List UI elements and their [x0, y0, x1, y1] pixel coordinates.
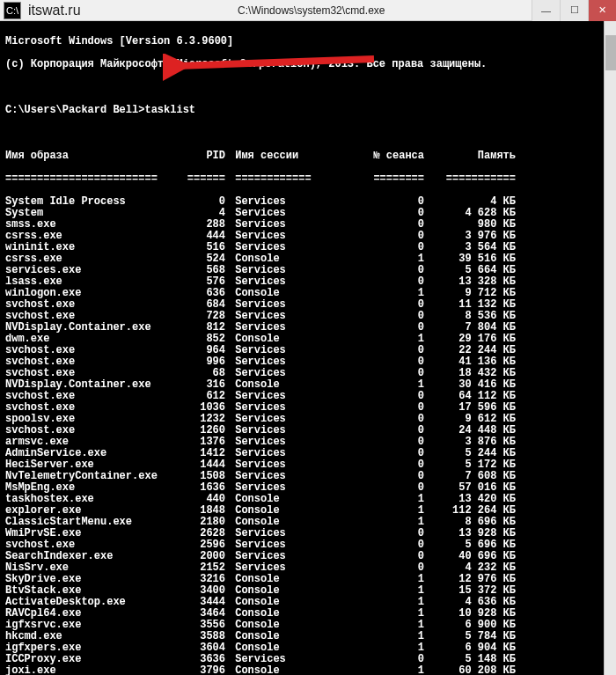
- proc-sid: 0: [322, 196, 428, 208]
- proc-name: WmiPrvSE.exe: [5, 528, 181, 539]
- proc-name: ICCProxy.exe: [5, 654, 181, 665]
- proc-sid: 0: [322, 654, 428, 665]
- proc-name: NvTelemetryContainer.exe: [5, 471, 181, 482]
- table-row: svchost.exe1036 Services017 596 КБ: [5, 402, 609, 414]
- table-row: winlogon.exe636 Console19 712 КБ: [5, 288, 609, 299]
- table-row: hkcmd.exe3588 Console15 784 КБ: [5, 631, 609, 642]
- table-row: svchost.exe612 Services064 112 КБ: [5, 391, 609, 402]
- proc-sid: 0: [322, 208, 428, 219]
- blank-line: [5, 82, 609, 93]
- proc-sid: 0: [322, 562, 428, 574]
- proc-name: igfxsrvc.exe: [5, 620, 181, 631]
- proc-sid: 1: [322, 288, 428, 299]
- proc-name: ActivateDesktop.exe: [5, 597, 181, 608]
- table-row: System4 Services04 628 КБ: [5, 208, 609, 219]
- table-row: armsvc.exe1376 Services03 876 КБ: [5, 437, 609, 448]
- proc-sid: 1: [322, 620, 428, 631]
- table-row: joxi.exe3796 Console160 208 КБ: [5, 665, 609, 675]
- table-row: dwm.exe852 Console129 176 КБ: [5, 334, 609, 345]
- proc-name: svchost.exe: [5, 391, 181, 402]
- table-row: taskhostex.exe440 Console113 420 КБ: [5, 494, 609, 505]
- proc-name: BtvStack.exe: [5, 585, 181, 597]
- proc-sid: 1: [322, 517, 428, 528]
- blank-line: [5, 128, 609, 139]
- proc-name: svchost.exe: [5, 299, 181, 311]
- proc-sid: 0: [322, 437, 428, 448]
- table-row: HeciServer.exe1444 Services05 172 КБ: [5, 459, 609, 471]
- table-row: NvTelemetryContainer.exe1508 Services07 …: [5, 471, 609, 482]
- table-row: ICCProxy.exe3636 Services05 148 КБ: [5, 654, 609, 665]
- proc-sid: 0: [322, 528, 428, 539]
- proc-sid: 1: [322, 334, 428, 345]
- vertical-scrollbar[interactable]: [604, 21, 616, 675]
- proc-name: System Idle Process: [5, 196, 181, 208]
- table-row: MsMpEng.exe1636 Services057 016 КБ: [5, 482, 609, 494]
- table-row: igfxpers.exe3604 Console16 904 КБ: [5, 642, 609, 654]
- table-row: AdminService.exe1412 Services05 244 КБ: [5, 448, 609, 459]
- proc-session: Console: [229, 665, 322, 675]
- proc-sid: 0: [322, 231, 428, 242]
- proc-sid: 1: [322, 505, 428, 517]
- proc-sid: 0: [322, 425, 428, 437]
- proc-sid: 0: [322, 299, 428, 311]
- proc-name: hkcmd.exe: [5, 631, 181, 642]
- brand-watermark: itswat.ru: [25, 3, 92, 18]
- proc-sid: 1: [322, 608, 428, 620]
- proc-name: taskhostex.exe: [5, 494, 181, 505]
- proc-pid: 3796: [181, 665, 229, 675]
- proc-name: services.exe: [5, 265, 181, 276]
- terminal-output[interactable]: Microsoft Windows [Version 6.3.9600] (c)…: [0, 21, 616, 675]
- proc-name: svchost.exe: [5, 368, 181, 379]
- proc-sid: 0: [322, 311, 428, 322]
- table-row: explorer.exe1848 Console1112 264 КБ: [5, 505, 609, 517]
- table-header: Имя образа PID Имя сессии № сеанса Памят…: [5, 150, 609, 162]
- proc-sid: 1: [322, 665, 428, 675]
- table-row: svchost.exe68 Services018 432 КБ: [5, 368, 609, 379]
- table-separator: ======================== ====== ========…: [5, 173, 609, 185]
- proc-sid: 0: [322, 242, 428, 253]
- proc-name: svchost.exe: [5, 539, 181, 551]
- proc-name: NVDisplay.Container.exe: [5, 322, 181, 334]
- proc-name: igfxpers.exe: [5, 642, 181, 654]
- proc-sid: 1: [322, 253, 428, 265]
- proc-name: svchost.exe: [5, 345, 181, 356]
- proc-sid: 0: [322, 356, 428, 368]
- proc-sid: 0: [322, 276, 428, 288]
- close-button[interactable]: ✕: [588, 0, 616, 21]
- proc-name: RAVCpl64.exe: [5, 608, 181, 620]
- maximize-button[interactable]: ☐: [560, 0, 588, 21]
- proc-sid: 1: [322, 574, 428, 585]
- scrollbar-thumb[interactable]: [605, 35, 616, 70]
- cmd-icon: C:\: [4, 2, 21, 19]
- table-row: svchost.exe684 Services011 132 КБ: [5, 299, 609, 311]
- table-row: NVDisplay.Container.exe316 Console130 41…: [5, 379, 609, 391]
- proc-sid: 0: [322, 265, 428, 276]
- proc-sid: 0: [322, 402, 428, 414]
- proc-name: ClassicStartMenu.exe: [5, 517, 181, 528]
- table-row: NisSrv.exe2152 Services04 232 КБ: [5, 562, 609, 574]
- proc-name: NisSrv.exe: [5, 562, 181, 574]
- table-row: ClassicStartMenu.exe2180 Console18 696 К…: [5, 517, 609, 528]
- proc-sid: 0: [322, 414, 428, 425]
- window-title: C:\Windows\system32\cmd.exe: [92, 4, 532, 17]
- proc-sid: 0: [322, 482, 428, 494]
- proc-name: svchost.exe: [5, 402, 181, 414]
- table-row: SkyDrive.exe3216 Console112 976 КБ: [5, 574, 609, 585]
- table-row: services.exe568 Services05 664 КБ: [5, 265, 609, 276]
- proc-name: MsMpEng.exe: [5, 482, 181, 494]
- proc-name: SkyDrive.exe: [5, 574, 181, 585]
- proc-name: csrss.exe: [5, 231, 181, 242]
- table-row: wininit.exe516 Services03 564 КБ: [5, 242, 609, 253]
- proc-name: explorer.exe: [5, 505, 181, 517]
- table-row: System Idle Process0 Services04 КБ: [5, 196, 609, 208]
- table-row: NVDisplay.Container.exe812 Services07 80…: [5, 322, 609, 334]
- table-row: BtvStack.exe3400 Console115 372 КБ: [5, 585, 609, 597]
- header-line-2: (c) Корпорация Майкрософт (Microsoft Cor…: [5, 59, 609, 70]
- minimize-button[interactable]: —: [532, 0, 560, 21]
- proc-name: armsvc.exe: [5, 437, 181, 448]
- table-row: svchost.exe728 Services08 536 КБ: [5, 311, 609, 322]
- proc-name: AdminService.exe: [5, 448, 181, 459]
- proc-sid: 0: [322, 345, 428, 356]
- proc-sid: 1: [322, 379, 428, 391]
- proc-name: NVDisplay.Container.exe: [5, 379, 181, 391]
